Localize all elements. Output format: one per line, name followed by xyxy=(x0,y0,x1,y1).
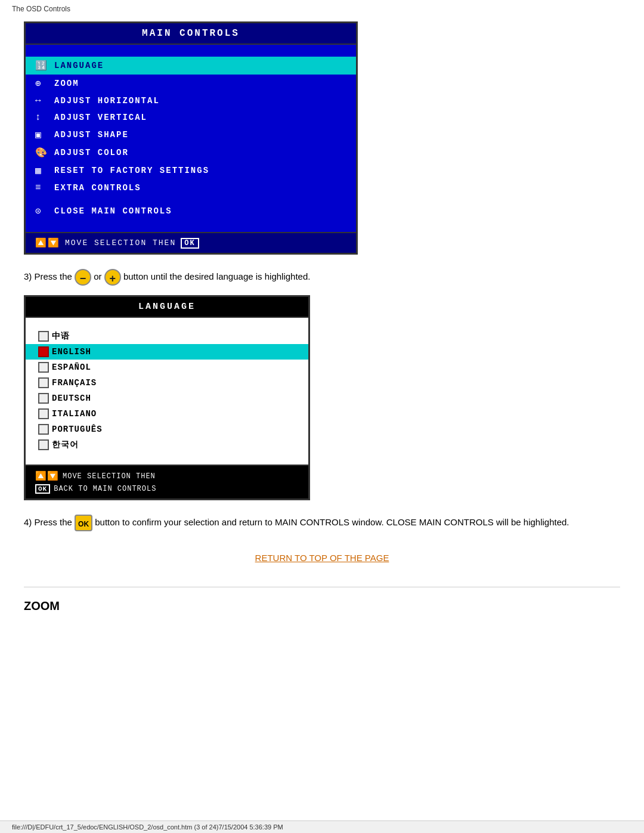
adjust-v-icon: ↕ xyxy=(35,112,54,123)
reset-label: RESET TO FACTORY SETTINGS xyxy=(54,166,209,175)
lang-footer-text1: MOVE SELECTION THEN xyxy=(63,472,156,481)
menu-item-adjust-horizontal[interactable]: ↔ ADJUST HORIZONTAL xyxy=(26,92,356,109)
close-main-icon: ⊙ xyxy=(35,205,54,217)
lang-item-korean[interactable]: 한국어 xyxy=(26,437,308,453)
main-controls-screen: MAIN CONTROLS 🔢 LANGUAGE ⊕ ZOOM ↔ ADJUST… xyxy=(24,21,358,255)
zoom-section-heading: ZOOM xyxy=(24,599,620,613)
lang-ok-box: OK xyxy=(35,484,50,494)
extra-label: EXTRA CONTROLS xyxy=(54,183,141,193)
lang-footer-row2: OK BACK TO MAIN CONTROLS xyxy=(35,483,299,495)
reset-icon: ▦ xyxy=(35,165,54,176)
francais-icon xyxy=(35,377,52,388)
minus-button[interactable]: − xyxy=(75,269,91,286)
lang-item-english[interactable]: ENGLISH xyxy=(26,344,308,360)
menu-item-extra-controls[interactable]: ≡ EXTRA CONTROLS xyxy=(26,179,356,196)
menu-item-adjust-color[interactable]: 🎨 ADJUST COLOR xyxy=(26,144,356,162)
zoom-icon: ⊕ xyxy=(35,78,54,89)
instr4-after: button to confirm your selection and ret… xyxy=(95,517,569,527)
lang-item-chinese[interactable]: 中语 xyxy=(26,329,308,344)
italiano-label: ITALIANO xyxy=(52,409,97,419)
adjust-shape-label: ADJUST SHAPE xyxy=(54,130,129,140)
adjust-color-icon: 🎨 xyxy=(35,147,54,159)
menu-item-close-main[interactable]: ⊙ CLOSE MAIN CONTROLS xyxy=(26,202,356,220)
language-screen-title: LANGUAGE xyxy=(26,297,308,318)
language-menu: 中语 ENGLISH ESPAÑOL FRANÇAIS DEUTSCH xyxy=(26,318,308,465)
lang-item-espanol[interactable]: ESPAÑOL xyxy=(26,360,308,375)
ok-box: OK xyxy=(181,238,199,249)
adjust-h-icon: ↔ xyxy=(35,95,54,106)
espanol-label: ESPAÑOL xyxy=(52,363,91,372)
lang-item-portugues[interactable]: PORTUGUÊS xyxy=(26,422,308,437)
language-icon: 🔢 xyxy=(35,60,54,72)
menu-item-adjust-shape[interactable]: ▣ ADJUST SHAPE xyxy=(26,126,356,144)
instr4-before: 4) Press the xyxy=(24,517,72,527)
footer-text: MOVE SELECTION THEN xyxy=(65,239,176,247)
instruction-4: 4) Press the OK button to confirm your s… xyxy=(24,515,620,531)
espanol-icon xyxy=(35,362,52,373)
lang-item-francais[interactable]: FRANÇAIS xyxy=(26,375,308,391)
chinese-icon xyxy=(35,331,52,342)
instr3-middle: or xyxy=(94,271,101,281)
lang-item-deutsch[interactable]: DEUTSCH xyxy=(26,391,308,406)
return-to-top-link[interactable]: RETURN TO TOP OF THE PAGE xyxy=(255,553,389,563)
portugues-icon xyxy=(35,424,52,435)
language-screen: LANGUAGE 中语 ENGLISH ESPAÑOL FRANÇAIS xyxy=(24,295,310,500)
instr3-after: button until the desired language is hig… xyxy=(123,271,311,281)
page-header: The OSD Controls xyxy=(0,0,644,16)
deutsch-icon xyxy=(35,393,52,404)
lang-item-italiano[interactable]: ITALIANO xyxy=(26,406,308,422)
menu-item-reset-factory[interactable]: ▦ RESET TO FACTORY SETTINGS xyxy=(26,162,356,179)
footer-nav-icon: 🔼🔽 xyxy=(35,237,60,249)
adjust-h-label: ADJUST HORIZONTAL xyxy=(54,96,160,106)
lang-footer-text2: BACK TO MAIN CONTROLS xyxy=(54,485,156,493)
menu-item-zoom[interactable]: ⊕ ZOOM xyxy=(26,75,356,92)
plus-button[interactable]: + xyxy=(104,269,121,286)
close-main-label: CLOSE MAIN CONTROLS xyxy=(54,206,172,216)
main-controls-menu: 🔢 LANGUAGE ⊕ ZOOM ↔ ADJUST HORIZONTAL ↕ … xyxy=(26,45,356,232)
extra-icon: ≡ xyxy=(35,182,54,193)
menu-item-language[interactable]: 🔢 LANGUAGE xyxy=(26,57,356,75)
korean-icon xyxy=(35,439,52,450)
lang-footer-row1: 🔼🔽 MOVE SELECTION THEN xyxy=(35,469,299,483)
return-section: RETURN TO TOP OF THE PAGE xyxy=(24,541,620,581)
francais-label: FRANÇAIS xyxy=(52,378,97,388)
instr3-before: 3) Press the xyxy=(24,271,72,281)
adjust-v-label: ADJUST VERTICAL xyxy=(54,113,147,122)
language-label: LANGUAGE xyxy=(54,61,104,70)
content-area: MAIN CONTROLS 🔢 LANGUAGE ⊕ ZOOM ↔ ADJUST… xyxy=(0,16,644,634)
deutsch-label: DEUTSCH xyxy=(52,394,91,403)
adjust-shape-icon: ▣ xyxy=(35,129,54,141)
language-footer: 🔼🔽 MOVE SELECTION THEN OK BACK TO MAIN C… xyxy=(26,465,308,498)
korean-label: 한국어 xyxy=(52,439,79,450)
ok-button[interactable]: OK xyxy=(75,515,92,531)
header-title: The OSD Controls xyxy=(0,0,644,16)
menu-item-adjust-vertical[interactable]: ↕ ADJUST VERTICAL xyxy=(26,109,356,126)
instruction-3: 3) Press the − or + button until the des… xyxy=(24,269,620,286)
english-icon xyxy=(35,346,52,357)
english-label: ENGLISH xyxy=(52,347,91,357)
section-divider xyxy=(24,587,620,587)
lang-nav-icon: 🔼🔽 xyxy=(35,470,59,482)
italiano-icon xyxy=(35,408,52,419)
main-controls-title: MAIN CONTROLS xyxy=(26,23,356,45)
chinese-label: 中语 xyxy=(52,331,70,342)
portugues-label: PORTUGUÊS xyxy=(52,425,103,434)
zoom-label: ZOOM xyxy=(54,79,79,88)
main-controls-footer: 🔼🔽 MOVE SELECTION THEN OK xyxy=(26,232,356,253)
adjust-color-label: ADJUST COLOR xyxy=(54,148,129,157)
